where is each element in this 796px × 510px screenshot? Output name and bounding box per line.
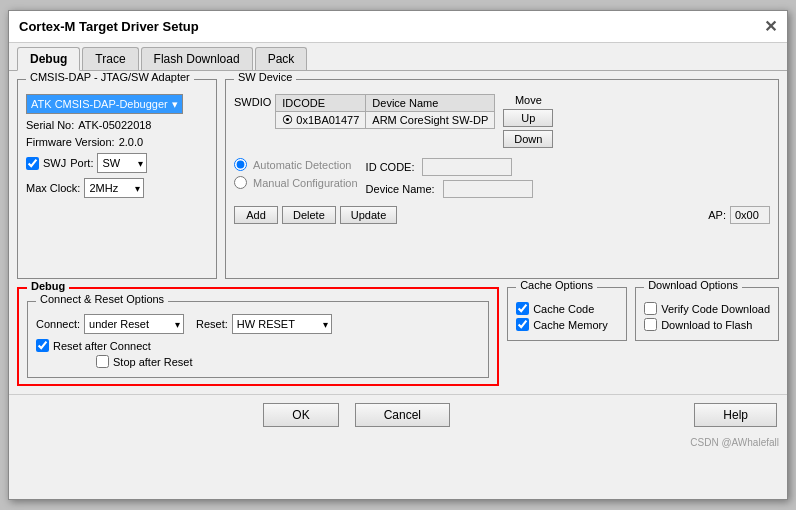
watermark: CSDN @AWhalefall xyxy=(9,435,787,450)
cache-options-label: Cache Options xyxy=(516,279,597,291)
device-name-input[interactable] xyxy=(443,180,533,198)
firmware-value: 2.0.0 xyxy=(119,136,143,148)
download-options-box: Download Options Verify Code Download Do… xyxy=(635,287,779,341)
move-down-button[interactable]: Down xyxy=(503,130,553,148)
tab-debug[interactable]: Debug xyxy=(17,47,80,71)
col-idcode: IDCODE xyxy=(276,95,366,112)
swdev-table-row: ⦿ 0x1BA01477 ARM CoreSight SW-DP xyxy=(276,112,495,129)
swdev-group: SW Device SWDIO IDCODE Devic xyxy=(225,79,779,279)
adapter-dropdown[interactable]: ATK CMSIS-DAP-Debugger ▾ xyxy=(26,94,183,114)
id-fields: ID CODE: Device Name: xyxy=(366,154,533,198)
manual-config-radio[interactable] xyxy=(234,176,247,189)
manual-config-label: Manual Configuration xyxy=(253,177,358,189)
connect-reset-row: Connect: under Reset Normal with Pre-res… xyxy=(36,314,480,334)
tab-flash-download[interactable]: Flash Download xyxy=(141,47,253,70)
connect-reset-label: Connect & Reset Options xyxy=(36,293,168,305)
maxclock-label: Max Clock: xyxy=(26,182,80,194)
connect-select[interactable]: under Reset Normal with Pre-reset xyxy=(84,314,184,334)
id-code-input[interactable] xyxy=(422,158,512,176)
verify-code-checkbox[interactable] xyxy=(644,302,657,315)
move-label: Move xyxy=(503,94,553,106)
maxclock-row: Max Clock: 2MHz 1MHz 500kHz xyxy=(26,178,208,198)
download-flash-label: Download to Flash xyxy=(661,319,752,331)
auto-detection-label: Automatic Detection xyxy=(253,159,351,171)
reset-after-connect-row: Reset after Connect xyxy=(36,339,480,352)
cache-memory-label: Cache Memory xyxy=(533,319,608,331)
cache-memory-checkbox[interactable] xyxy=(516,318,529,331)
reset-after-connect-checkbox[interactable] xyxy=(36,339,49,352)
tab-bar: Debug Trace Flash Download Pack xyxy=(9,43,787,71)
add-button[interactable]: Add xyxy=(234,206,278,224)
id-code-label: ID CODE: xyxy=(366,161,415,173)
serial-label: Serial No: xyxy=(26,119,74,131)
window-title: Cortex-M Target Driver Setup xyxy=(19,19,199,34)
add-del-update-row: Add Delete Update xyxy=(234,206,397,224)
move-up-button[interactable]: Up xyxy=(503,109,553,127)
radio-indicator: ⦿ xyxy=(282,114,296,126)
verify-code-row: Verify Code Download xyxy=(644,302,770,315)
stop-after-reset-label: Stop after Reset xyxy=(113,356,193,368)
stop-after-reset-row: Stop after Reset xyxy=(96,355,480,368)
connect-reset-box: Connect & Reset Options Connect: under R… xyxy=(27,301,489,378)
serial-value: ATK-05022018 xyxy=(78,119,151,131)
title-bar: Cortex-M Target Driver Setup ✕ xyxy=(9,11,787,43)
firmware-label: Firmware Version: xyxy=(26,136,115,148)
ap-row: AP: xyxy=(708,206,770,224)
download-flash-row: Download to Flash xyxy=(644,318,770,331)
cache-options-box: Cache Options Cache Code Cache Memory xyxy=(507,287,627,341)
main-window: Cortex-M Target Driver Setup ✕ Debug Tra… xyxy=(8,10,788,500)
cache-code-checkbox[interactable] xyxy=(516,302,529,315)
cache-memory-row: Cache Memory xyxy=(516,318,618,331)
cache-code-row: Cache Code xyxy=(516,302,618,315)
connect-label: Connect: xyxy=(36,318,80,330)
download-flash-checkbox[interactable] xyxy=(644,318,657,331)
reset-label: Reset: xyxy=(196,318,228,330)
serial-row: Serial No: ATK-05022018 xyxy=(26,119,208,131)
cmsis-group: CMSIS-DAP - JTAG/SW Adapter ATK CMSIS-DA… xyxy=(17,79,217,279)
auto-detection-radio[interactable] xyxy=(234,158,247,171)
device-name-label: Device Name: xyxy=(366,183,435,195)
ap-label: AP: xyxy=(708,209,726,221)
stop-after-reset-checkbox[interactable] xyxy=(96,355,109,368)
debug-section: Debug Connect & Reset Options Connect: u… xyxy=(17,287,499,386)
tab-pack[interactable]: Pack xyxy=(255,47,308,70)
delete-button[interactable]: Delete xyxy=(282,206,336,224)
port-label: Port: xyxy=(70,157,93,169)
swdio-label-row: SWDIO xyxy=(234,94,271,108)
col-device-name: Device Name xyxy=(366,95,495,112)
footer: OK Cancel Help xyxy=(9,394,787,435)
device-name-cell: ARM CoreSight SW-DP xyxy=(366,112,495,129)
debug-section-title: Debug xyxy=(27,280,69,292)
ok-button[interactable]: OK xyxy=(263,403,338,427)
maxclock-select[interactable]: 2MHz 1MHz 500kHz xyxy=(84,178,144,198)
verify-code-label: Verify Code Download xyxy=(661,303,770,315)
swdio-label: SWDIO xyxy=(234,96,271,108)
swj-label: SWJ xyxy=(43,157,66,169)
tab-trace[interactable]: Trace xyxy=(82,47,138,70)
idcode-cell: ⦿ 0x1BA01477 xyxy=(276,112,366,129)
reset-select[interactable]: HW RESET SW RESET VECTRESET xyxy=(232,314,332,334)
detection-options: Automatic Detection Manual Configuration xyxy=(234,158,358,192)
swdev-group-label: SW Device xyxy=(234,71,296,83)
firmware-row: Firmware Version: 2.0.0 xyxy=(26,136,208,148)
swdev-table: IDCODE Device Name ⦿ 0x1BA01477 ARM Core… xyxy=(275,94,495,129)
adapter-row: ATK CMSIS-DAP-Debugger ▾ xyxy=(26,94,208,114)
swj-checkbox[interactable] xyxy=(26,157,39,170)
ap-input[interactable] xyxy=(730,206,770,224)
cmsis-group-label: CMSIS-DAP - JTAG/SW Adapter xyxy=(26,71,194,83)
reset-after-connect-label: Reset after Connect xyxy=(53,340,151,352)
help-button[interactable]: Help xyxy=(694,403,777,427)
download-options-label: Download Options xyxy=(644,279,742,291)
move-buttons: Move Up Down xyxy=(503,94,553,148)
update-button[interactable]: Update xyxy=(340,206,397,224)
swj-row: SWJ Port: SW JTAG xyxy=(26,153,208,173)
cache-code-label: Cache Code xyxy=(533,303,594,315)
cancel-button[interactable]: Cancel xyxy=(355,403,450,427)
close-button[interactable]: ✕ xyxy=(764,17,777,36)
content-area: CMSIS-DAP - JTAG/SW Adapter ATK CMSIS-DA… xyxy=(9,71,787,394)
port-select[interactable]: SW JTAG xyxy=(97,153,147,173)
